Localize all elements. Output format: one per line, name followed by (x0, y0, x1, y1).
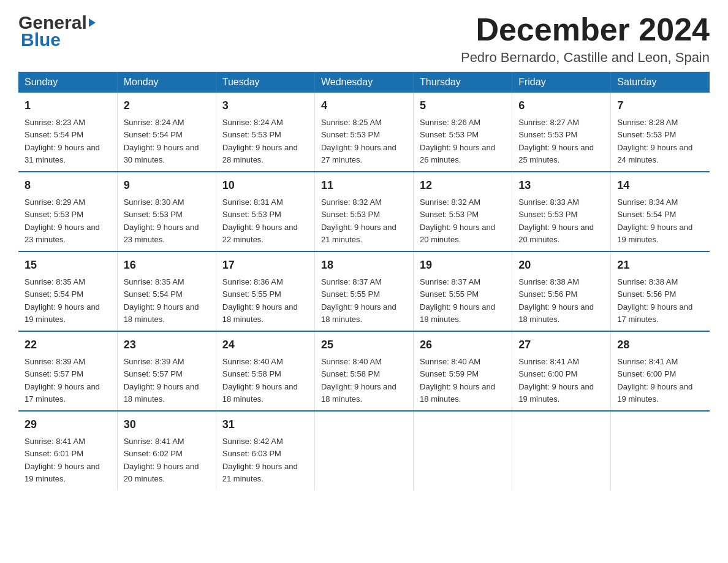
calendar-week-3: 15 Sunrise: 8:35 AMSunset: 5:54 PMDaylig… (18, 251, 710, 331)
calendar-table: Sunday Monday Tuesday Wednesday Thursday… (18, 72, 710, 490)
logo-blue-text: Blue (18, 29, 61, 50)
calendar-cell: 2 Sunrise: 8:24 AMSunset: 5:54 PMDayligh… (117, 93, 216, 172)
page-subtitle: Pedro Bernardo, Castille and Leon, Spain (461, 50, 710, 66)
day-info: Sunrise: 8:29 AMSunset: 5:53 PMDaylight:… (25, 197, 100, 244)
day-info: Sunrise: 8:42 AMSunset: 6:03 PMDaylight:… (222, 437, 298, 483)
calendar-cell: 18 Sunrise: 8:37 AMSunset: 5:55 PMDaylig… (314, 251, 413, 331)
day-number: 25 (321, 337, 407, 353)
calendar-cell: 5 Sunrise: 8:26 AMSunset: 5:53 PMDayligh… (414, 93, 512, 172)
day-info: Sunrise: 8:26 AMSunset: 5:53 PMDaylight:… (420, 118, 495, 164)
page-title: December 2024 (461, 12, 710, 47)
calendar-cell: 30 Sunrise: 8:41 AMSunset: 6:02 PMDaylig… (117, 411, 216, 490)
day-number: 8 (25, 177, 111, 194)
day-info: Sunrise: 8:37 AMSunset: 5:55 PMDaylight:… (420, 277, 495, 324)
calendar-header-row: Sunday Monday Tuesday Wednesday Thursday… (18, 72, 710, 93)
day-number: 26 (420, 337, 506, 353)
calendar-cell: 23 Sunrise: 8:39 AMSunset: 5:57 PMDaylig… (117, 331, 216, 411)
calendar-week-4: 22 Sunrise: 8:39 AMSunset: 5:57 PMDaylig… (18, 331, 710, 411)
day-number: 1 (25, 98, 111, 114)
calendar-cell: 11 Sunrise: 8:32 AMSunset: 5:53 PMDaylig… (314, 172, 413, 251)
calendar-cell: 14 Sunrise: 8:34 AMSunset: 5:54 PMDaylig… (611, 172, 710, 251)
day-info: Sunrise: 8:32 AMSunset: 5:53 PMDaylight:… (420, 197, 495, 244)
day-number: 6 (518, 98, 604, 114)
day-info: Sunrise: 8:24 AMSunset: 5:53 PMDaylight:… (222, 118, 298, 164)
calendar-cell: 9 Sunrise: 8:30 AMSunset: 5:53 PMDayligh… (117, 172, 216, 251)
calendar-cell: 7 Sunrise: 8:28 AMSunset: 5:53 PMDayligh… (611, 93, 710, 172)
col-friday: Friday (512, 72, 611, 93)
calendar-cell: 31 Sunrise: 8:42 AMSunset: 6:03 PMDaylig… (216, 411, 314, 490)
day-number: 3 (222, 98, 308, 114)
calendar-cell: 17 Sunrise: 8:36 AMSunset: 5:55 PMDaylig… (216, 251, 314, 331)
col-tuesday: Tuesday (216, 72, 314, 93)
day-info: Sunrise: 8:30 AMSunset: 5:53 PMDaylight:… (124, 197, 199, 244)
calendar-cell: 24 Sunrise: 8:40 AMSunset: 5:58 PMDaylig… (216, 331, 314, 411)
day-info: Sunrise: 8:38 AMSunset: 5:56 PMDaylight:… (518, 277, 594, 324)
calendar-cell: 26 Sunrise: 8:40 AMSunset: 5:59 PMDaylig… (414, 331, 512, 411)
calendar-cell (611, 411, 710, 490)
day-number: 16 (124, 257, 210, 274)
day-number: 20 (518, 257, 604, 274)
calendar-cell (314, 411, 413, 490)
day-number: 27 (518, 337, 604, 353)
calendar-cell: 12 Sunrise: 8:32 AMSunset: 5:53 PMDaylig… (414, 172, 512, 251)
page-header: General Blue December 2024 Pedro Bernard… (18, 12, 710, 66)
calendar-cell: 6 Sunrise: 8:27 AMSunset: 5:53 PMDayligh… (512, 93, 611, 172)
day-number: 12 (420, 177, 506, 194)
calendar-cell: 3 Sunrise: 8:24 AMSunset: 5:53 PMDayligh… (216, 93, 314, 172)
day-info: Sunrise: 8:40 AMSunset: 5:58 PMDaylight:… (222, 357, 298, 404)
day-number: 9 (124, 177, 210, 194)
calendar-week-5: 29 Sunrise: 8:41 AMSunset: 6:01 PMDaylig… (18, 411, 710, 490)
day-info: Sunrise: 8:31 AMSunset: 5:53 PMDaylight:… (222, 197, 298, 244)
calendar-cell: 22 Sunrise: 8:39 AMSunset: 5:57 PMDaylig… (18, 331, 117, 411)
calendar-cell: 8 Sunrise: 8:29 AMSunset: 5:53 PMDayligh… (18, 172, 117, 251)
day-info: Sunrise: 8:28 AMSunset: 5:53 PMDaylight:… (617, 118, 692, 164)
calendar-cell (512, 411, 611, 490)
day-info: Sunrise: 8:35 AMSunset: 5:54 PMDaylight:… (25, 277, 100, 324)
day-number: 10 (222, 177, 308, 194)
day-number: 7 (617, 98, 703, 114)
col-saturday: Saturday (611, 72, 710, 93)
calendar-cell: 16 Sunrise: 8:35 AMSunset: 5:54 PMDaylig… (117, 251, 216, 331)
logo: General Blue (18, 12, 96, 50)
calendar-cell: 13 Sunrise: 8:33 AMSunset: 5:53 PMDaylig… (512, 172, 611, 251)
col-sunday: Sunday (18, 72, 117, 93)
calendar-cell: 21 Sunrise: 8:38 AMSunset: 5:56 PMDaylig… (611, 251, 710, 331)
day-info: Sunrise: 8:35 AMSunset: 5:54 PMDaylight:… (124, 277, 199, 324)
col-monday: Monday (117, 72, 216, 93)
day-info: Sunrise: 8:34 AMSunset: 5:54 PMDaylight:… (617, 197, 692, 244)
day-info: Sunrise: 8:41 AMSunset: 6:01 PMDaylight:… (25, 437, 100, 483)
day-number: 28 (617, 337, 703, 353)
calendar-cell: 4 Sunrise: 8:25 AMSunset: 5:53 PMDayligh… (314, 93, 413, 172)
calendar-week-2: 8 Sunrise: 8:29 AMSunset: 5:53 PMDayligh… (18, 172, 710, 251)
calendar-week-1: 1 Sunrise: 8:23 AMSunset: 5:54 PMDayligh… (18, 93, 710, 172)
day-number: 22 (25, 337, 111, 353)
day-info: Sunrise: 8:24 AMSunset: 5:54 PMDaylight:… (124, 118, 199, 164)
calendar-cell: 19 Sunrise: 8:37 AMSunset: 5:55 PMDaylig… (414, 251, 512, 331)
day-number: 30 (124, 416, 210, 433)
day-info: Sunrise: 8:40 AMSunset: 5:59 PMDaylight:… (420, 357, 495, 404)
day-number: 13 (518, 177, 604, 194)
day-number: 23 (124, 337, 210, 353)
day-info: Sunrise: 8:39 AMSunset: 5:57 PMDaylight:… (124, 357, 199, 404)
day-info: Sunrise: 8:32 AMSunset: 5:53 PMDaylight:… (321, 197, 396, 244)
logo-triangle-icon (89, 18, 96, 27)
day-number: 5 (420, 98, 506, 114)
day-number: 21 (617, 257, 703, 274)
day-number: 19 (420, 257, 506, 274)
calendar-cell: 15 Sunrise: 8:35 AMSunset: 5:54 PMDaylig… (18, 251, 117, 331)
day-number: 14 (617, 177, 703, 194)
title-block: December 2024 Pedro Bernardo, Castille a… (461, 12, 710, 66)
day-info: Sunrise: 8:33 AMSunset: 5:53 PMDaylight:… (518, 197, 594, 244)
calendar-cell: 20 Sunrise: 8:38 AMSunset: 5:56 PMDaylig… (512, 251, 611, 331)
calendar-cell: 1 Sunrise: 8:23 AMSunset: 5:54 PMDayligh… (18, 93, 117, 172)
calendar-cell: 29 Sunrise: 8:41 AMSunset: 6:01 PMDaylig… (18, 411, 117, 490)
day-number: 2 (124, 98, 210, 114)
day-number: 17 (222, 257, 308, 274)
day-info: Sunrise: 8:41 AMSunset: 6:00 PMDaylight:… (518, 357, 594, 404)
day-number: 18 (321, 257, 407, 274)
day-info: Sunrise: 8:41 AMSunset: 6:00 PMDaylight:… (617, 357, 692, 404)
col-wednesday: Wednesday (314, 72, 413, 93)
day-info: Sunrise: 8:23 AMSunset: 5:54 PMDaylight:… (25, 118, 100, 164)
calendar-cell: 27 Sunrise: 8:41 AMSunset: 6:00 PMDaylig… (512, 331, 611, 411)
day-info: Sunrise: 8:36 AMSunset: 5:55 PMDaylight:… (222, 277, 298, 324)
